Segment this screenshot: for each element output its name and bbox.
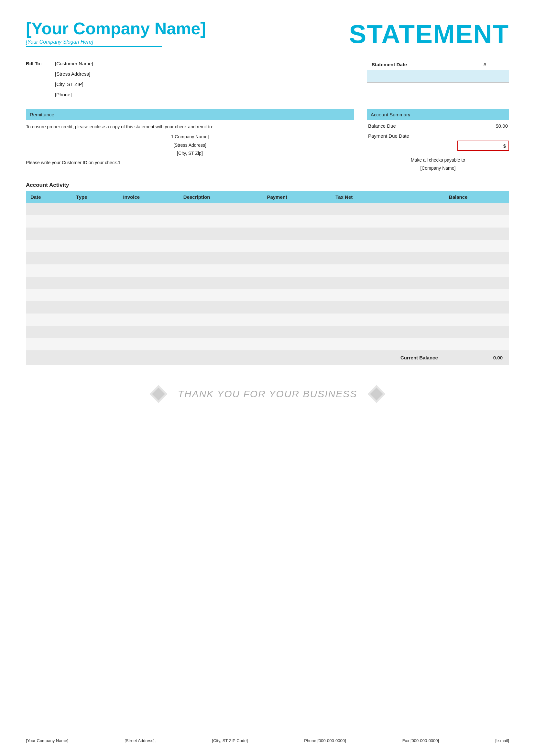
make-checks-block: Make all checks payable to [Company Name… [367,156,509,172]
payment-due-value: $ [503,143,506,149]
remittance-note: Please write your Customer ID on your ch… [26,160,354,165]
table-row [26,338,509,350]
remittance-street: [Stress Address] [26,141,354,149]
city-state-zip: [City, ST ZIP] [55,79,93,89]
table-cell [331,313,444,326]
make-checks-line2: [Company Name] [367,164,509,172]
current-balance-empty [26,350,72,365]
table-row [26,326,509,338]
remittance-city: [City, ST Zip] [26,149,354,157]
table-cell [331,215,444,228]
col-balance: Balance [444,191,509,203]
current-balance-label: Current Balance [331,350,444,365]
table-cell [72,203,119,215]
table-cell [118,301,179,313]
table-cell [118,326,179,338]
col-invoice: Invoice [118,191,179,203]
table-cell [444,313,509,326]
statement-title: STATEMENT [349,19,509,49]
table-cell [118,228,179,240]
table-cell [331,326,444,338]
table-row [26,252,509,264]
table-row [26,301,509,313]
table-cell [118,313,179,326]
table-cell [72,240,119,252]
table-cell [179,301,263,313]
account-activity-title: Account Activity [26,182,509,188]
table-cell [72,215,119,228]
table-cell [26,289,72,301]
statement-number-value[interactable] [479,70,509,82]
table-cell [179,338,263,350]
table-cell [331,277,444,289]
table-cell [179,215,263,228]
table-cell [118,203,179,215]
table-cell [179,277,263,289]
diamond-left-icon [149,384,168,404]
table-cell [262,277,331,289]
balance-due-row: Balance Due $0.00 [367,123,509,129]
activity-table: Date Type Invoice Description Payment Ta… [26,191,509,365]
customer-name: [Customer Name] [55,59,93,68]
footer-city: [City, ST ZIP Code] [212,738,248,743]
table-cell [444,215,509,228]
table-cell [26,313,72,326]
table-cell [444,301,509,313]
thank-you-section: THANK YOU FOR YOUR BUSINESS [26,384,509,404]
col-type: Type [72,191,119,203]
table-row [26,289,509,301]
table-cell [444,240,509,252]
table-cell [118,289,179,301]
header: [Your Company Name] [Your Company Slogan… [26,19,509,49]
info-row: Bill To: [Customer Name] [Stress Address… [26,59,509,99]
table-row [26,264,509,277]
table-cell [179,252,263,264]
table-row [26,203,509,215]
payment-due-box[interactable]: $ [457,141,509,151]
table-cell [118,338,179,350]
col-date: Date [26,191,72,203]
page: [Your Company Name] [Your Company Slogan… [0,0,535,756]
footer-phone: Phone [000-000-0000] [304,738,346,743]
current-balance-empty [179,350,263,365]
statement-date-value[interactable] [367,70,479,82]
table-cell [179,240,263,252]
footer-email: [e-mail] [495,738,509,743]
table-cell [262,203,331,215]
table-cell [118,252,179,264]
table-cell [179,228,263,240]
table-cell [26,228,72,240]
table-row [26,215,509,228]
payment-due-label: Payment Due Date [367,133,509,139]
table-cell [118,240,179,252]
table-cell [26,203,72,215]
table-cell [262,240,331,252]
table-cell [262,301,331,313]
table-cell [26,277,72,289]
table-cell [444,289,509,301]
statement-date-header: Statement Date [367,59,479,70]
table-cell [179,264,263,277]
statement-date-table: Statement Date # [367,59,509,82]
remittance-header: Remittance [26,109,354,120]
table-cell [331,240,444,252]
balance-due-label: Balance Due [368,123,396,129]
current-balance-empty [72,350,119,365]
company-block: [Your Company Name] [Your Company Slogan… [26,19,206,47]
table-row [26,277,509,289]
current-balance-value: 0.00 [444,350,509,365]
table-cell [444,338,509,350]
table-cell [331,264,444,277]
table-cell [26,338,72,350]
table-cell [26,240,72,252]
table-cell [262,215,331,228]
table-cell [444,264,509,277]
table-cell [331,289,444,301]
table-cell [262,252,331,264]
footer-fax: Fax [000-000-0000] [402,738,439,743]
table-cell [331,252,444,264]
company-slogan: [Your Company Slogan Here] [26,39,162,47]
table-cell [179,326,263,338]
table-cell [262,264,331,277]
table-cell [444,203,509,215]
